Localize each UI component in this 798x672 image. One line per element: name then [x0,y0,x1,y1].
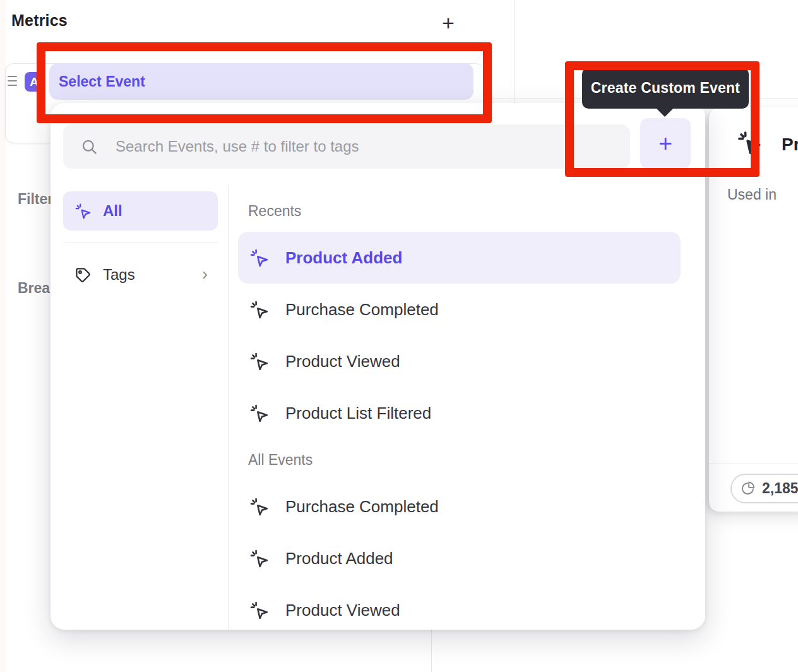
event-row-purchase-completed-2[interactable]: Purchase Completed [238,481,681,532]
drag-handle-icon[interactable] [8,76,17,86]
event-row-product-viewed[interactable]: Product Viewed [238,335,681,387]
lower-column-divider [431,630,432,672]
search-box[interactable] [63,124,630,169]
search-icon [81,138,98,155]
sidebar-item-tags[interactable]: Tags › [63,256,218,294]
event-row-label: Product Added [285,549,393,568]
event-spark-icon [249,404,269,423]
tooltip-caret [655,107,674,117]
create-custom-event-button[interactable]: + [640,118,691,169]
event-spark-icon [249,549,269,568]
event-row-label: Product Added [285,248,402,268]
add-metric-button[interactable]: + [436,10,461,35]
event-row-product-added-2[interactable]: Product Added [238,532,681,584]
create-custom-event-tooltip: Create Custom Event [582,68,749,109]
event-spark-icon [249,497,269,517]
event-row-product-added[interactable]: Product Added [238,232,681,284]
event-count-badge: 2,185 [730,474,798,503]
sidebar-item-label: Tags [103,266,135,284]
event-spark-icon [249,300,269,320]
chevron-right-icon: › [202,265,208,283]
page-title: Metrics [11,11,68,30]
select-event-button[interactable]: Select Event [49,63,473,100]
event-spark-icon [249,352,269,371]
sidebar-item-all[interactable]: All [63,191,218,231]
tooltip-text: Create Custom Event [591,80,740,97]
event-row-label: Product Viewed [285,352,400,371]
event-spark-icon [737,130,762,155]
column-divider [515,0,515,103]
sidebar-item-label: All [103,202,122,220]
metric-letter-badge: A [25,72,44,92]
sidebar-list-divider [228,185,229,630]
event-row-label: Product Viewed [285,601,400,620]
event-count-value: 2,185 [762,480,798,497]
event-detail-card [708,107,798,512]
used-in-label: Used in [727,186,777,203]
section-header-recents: Recents [248,203,301,220]
event-spark-icon [249,601,269,620]
event-row-label: Purchase Completed [285,300,439,320]
event-row-label: Purchase Completed [285,497,439,517]
select-event-label: Select Event [59,73,145,90]
event-spark-icon [74,203,92,220]
event-picker-dropdown: All Tags › Recents Product Added [51,103,705,630]
detail-event-name: Pr [782,135,798,155]
event-row-purchase-completed[interactable]: Purchase Completed [238,284,681,335]
event-row-product-viewed-2[interactable]: Product Viewed [238,584,681,630]
detail-divider [708,464,798,464]
section-header-all-events: All Events [248,452,313,469]
event-spark-icon [249,248,269,268]
sidebar-divider [63,242,218,243]
event-row-label: Product List Filtered [285,404,431,423]
search-input[interactable] [114,137,607,156]
tag-icon [74,267,92,284]
pie-chart-icon [740,481,756,496]
event-row-product-list-filtered[interactable]: Product List Filtered [238,387,681,439]
